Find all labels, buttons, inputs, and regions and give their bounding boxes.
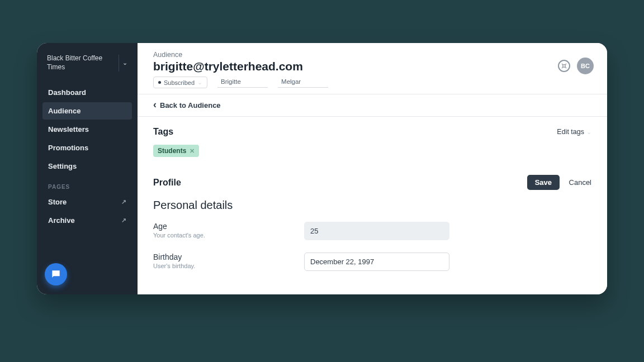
sidebar-item-dashboard[interactable]: Dashboard (42, 84, 132, 101)
sidebar-item-audience[interactable]: Audience (42, 102, 132, 120)
edit-tags-label: Edit tags (557, 128, 584, 136)
personal-details-title: Personal details (153, 199, 591, 212)
page-title: brigitte@tryletterhead.com (153, 60, 591, 73)
age-label: Age (153, 222, 282, 231)
birthday-hint: User's birthday. (153, 263, 282, 269)
tags-title: Tags (153, 127, 173, 137)
remove-tag-icon[interactable]: ✕ (190, 147, 195, 155)
birthday-label: Birthday (153, 253, 282, 261)
sidebar-item-label: Newsletters (48, 125, 89, 134)
svg-line-1 (562, 64, 563, 65)
workspace-name: Black Bitter Coffee Times (47, 54, 115, 72)
sidebar-item-newsletters[interactable]: Newsletters (42, 121, 132, 138)
birthday-row: Birthday User's birthday. (153, 253, 591, 271)
tag-label: Students (158, 147, 186, 155)
chevron-left-icon (153, 101, 157, 109)
chevron-down-icon: ⌄ (586, 128, 591, 136)
status-dot-icon (158, 81, 161, 84)
app-window: Black Bitter Coffee Times ⌄ Dashboard Au… (37, 43, 607, 294)
cancel-button[interactable]: Cancel (569, 178, 591, 187)
chat-button[interactable] (45, 263, 67, 285)
sidebar-item-label: Promotions (48, 144, 88, 152)
divider (119, 55, 119, 72)
status-label: Subscribed (164, 79, 195, 86)
breadcrumb: Audience (153, 51, 591, 59)
svg-line-3 (562, 67, 563, 68)
meta-row: Subscribed ⌄ Brigitte Melgar (153, 77, 591, 88)
last-name-field[interactable]: Melgar (278, 77, 328, 88)
subscription-status-dropdown[interactable]: Subscribed ⌄ (153, 77, 207, 88)
sidebar-item-store[interactable]: Store ↗ (42, 193, 132, 211)
profile-title: Profile (153, 178, 181, 188)
svg-line-4 (565, 64, 566, 65)
age-input[interactable] (304, 222, 449, 240)
main-content: Audience brigitte@tryletterhead.com Subs… (138, 43, 607, 294)
profile-section: Profile Save Cancel Personal details Age… (138, 167, 607, 294)
svg-line-2 (565, 67, 566, 68)
age-row: Age Your contact's age. (153, 222, 591, 240)
pages-section-label: PAGES (48, 184, 126, 190)
sidebar-item-settings[interactable]: Settings (42, 158, 132, 175)
chevron-down-icon: ⌄ (197, 79, 202, 86)
age-hint: Your contact's age. (153, 232, 282, 239)
back-label: Back to Audience (160, 101, 221, 109)
tags-list: Students ✕ (153, 145, 591, 157)
help-icon[interactable] (558, 60, 570, 72)
sidebar-item-label: Archive (48, 216, 75, 225)
sidebar-item-promotions[interactable]: Promotions (42, 139, 132, 156)
external-link-icon: ↗ (121, 217, 126, 224)
sidebar-item-archive[interactable]: Archive ↗ (42, 212, 132, 229)
workspace-switcher[interactable]: Black Bitter Coffee Times ⌄ (42, 51, 132, 75)
first-name-field[interactable]: Brigitte (217, 77, 268, 88)
save-button[interactable]: Save (527, 175, 560, 190)
svg-point-0 (563, 65, 566, 68)
avatar[interactable]: BC (577, 58, 594, 74)
external-link-icon: ↗ (121, 198, 126, 206)
back-to-audience-link[interactable]: Back to Audience (138, 94, 607, 117)
birthday-input[interactable] (304, 253, 449, 271)
page-header: Audience brigitte@tryletterhead.com Subs… (138, 43, 607, 94)
sidebar-item-label: Audience (48, 107, 81, 115)
avatar-initials: BC (581, 63, 590, 69)
sidebar: Black Bitter Coffee Times ⌄ Dashboard Au… (37, 43, 138, 294)
sidebar-item-label: Settings (48, 162, 77, 170)
tags-section: Tags Edit tags ⌄ Students ✕ (138, 117, 607, 167)
sidebar-item-label: Dashboard (48, 88, 86, 97)
edit-tags-link[interactable]: Edit tags ⌄ (557, 128, 591, 136)
header-actions: BC (558, 58, 594, 74)
chevron-down-icon: ⌄ (122, 59, 127, 66)
sidebar-item-label: Store (48, 198, 67, 206)
chat-icon (50, 269, 61, 280)
tag-pill: Students ✕ (153, 145, 199, 157)
lifebuoy-icon (560, 62, 568, 70)
